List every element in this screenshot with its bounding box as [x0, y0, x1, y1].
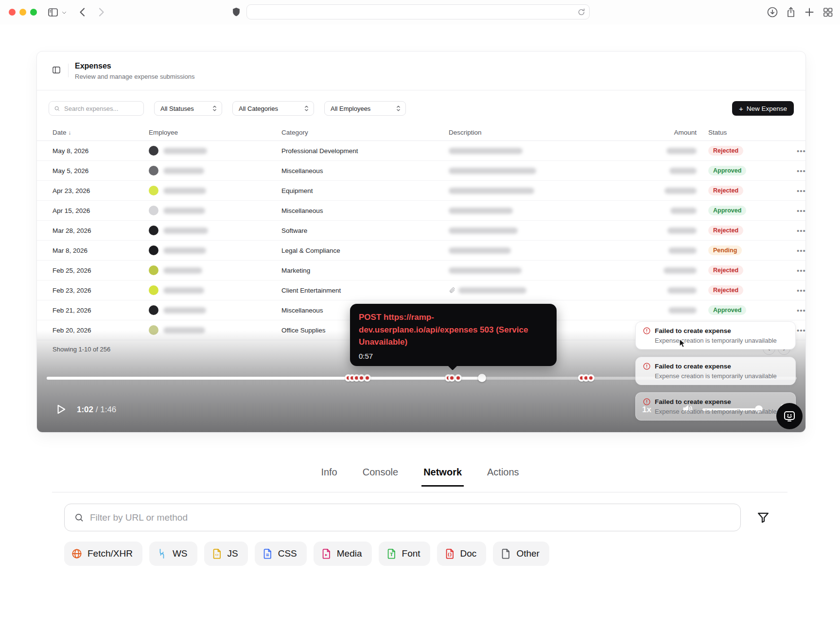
cell-status: Rejected [697, 186, 797, 195]
employee-filter-select[interactable]: All Employees [324, 101, 406, 116]
redacted-amount [667, 287, 697, 294]
row-menu-button[interactable]: ••• [797, 227, 806, 235]
chip-label: JS [228, 548, 238, 559]
redacted-employee-name [163, 188, 206, 194]
column-header-date[interactable]: Date ↓ [52, 129, 149, 136]
resource-type-chip[interactable]: Fetch/XHR [64, 542, 142, 566]
expense-search[interactable] [49, 101, 144, 116]
panel-tab[interactable]: Console [361, 463, 400, 487]
row-menu-button[interactable]: ••• [797, 246, 806, 255]
cell-description [449, 267, 616, 274]
panel-tab[interactable]: Network [421, 463, 464, 487]
row-menu-button[interactable]: ••• [797, 306, 806, 315]
playhead-handle[interactable] [478, 374, 486, 382]
table-row[interactable]: Feb 25, 2026 Marketing [37, 261, 805, 280]
column-header-category[interactable]: Category [281, 129, 449, 136]
address-input[interactable] [247, 5, 589, 19]
table-row[interactable]: May 5, 2026 Miscellaneous [37, 161, 805, 181]
resource-type-chip[interactable]: Other [493, 542, 549, 566]
paperclip-icon [449, 287, 455, 294]
chip-label: Media [337, 548, 362, 559]
chevron-down-icon[interactable] [61, 9, 67, 15]
avatar [149, 166, 158, 175]
chip-label: WS [173, 548, 188, 559]
panel-toggle-icon[interactable] [52, 65, 61, 75]
redacted-description [449, 247, 511, 254]
redacted-description [449, 208, 513, 214]
cell-category: Miscellaneous [281, 207, 449, 214]
column-header-status[interactable]: Status [697, 129, 797, 136]
share-icon[interactable] [785, 6, 797, 18]
redacted-employee-name [163, 228, 208, 234]
resource-type-chip[interactable]: T Font [379, 542, 430, 566]
traffic-light-close[interactable] [9, 9, 16, 16]
panel-tab[interactable]: Info [319, 463, 339, 487]
cell-date: May 5, 2026 [52, 167, 149, 175]
error-message: POST https://ramp-dev.userplane.io/api/e… [359, 311, 548, 349]
category-filter-select[interactable]: All Categories [232, 101, 314, 116]
error-event-marker[interactable] [364, 374, 371, 382]
cell-status: Rejected [697, 226, 797, 235]
row-menu-button[interactable]: ••• [797, 207, 806, 215]
expense-search-input[interactable] [64, 105, 132, 112]
status-filter-select[interactable]: All Statuses [154, 101, 222, 116]
column-header-description[interactable]: Description [449, 129, 616, 136]
column-header-amount[interactable]: Amount [616, 129, 697, 136]
table-row[interactable]: Mar 8, 2026 Legal & Compliance [37, 241, 805, 261]
forward-icon[interactable] [95, 6, 107, 18]
chip-label: Doc [460, 548, 477, 559]
replay-brand-badge[interactable] [776, 403, 803, 429]
toast-title: Failed to create expense [655, 363, 731, 370]
resource-type-chip[interactable]: ‹› JS [204, 542, 248, 566]
cell-employee [149, 186, 281, 195]
address-bar[interactable] [246, 4, 590, 19]
row-menu-button[interactable]: ••• [797, 147, 806, 155]
play-button[interactable] [54, 403, 67, 416]
table-row[interactable]: May 8, 2026 Professional Development [37, 141, 805, 161]
cell-status: Approved [697, 206, 797, 215]
panel-tab[interactable]: Actions [485, 463, 521, 487]
row-menu-button[interactable]: ••• [797, 187, 806, 195]
table-row[interactable]: Apr 15, 2026 Miscellaneous [37, 201, 805, 221]
row-menu-button[interactable]: ••• [797, 266, 806, 275]
table-row[interactable]: Apr 23, 2026 Equipment [37, 181, 805, 201]
toast-message: Expense creation is temporarily unavaila… [655, 408, 788, 415]
table-row[interactable]: Feb 23, 2026 Client Entertainment [37, 280, 805, 300]
cell-employee [149, 305, 281, 315]
avatar [149, 285, 158, 295]
cell-date: Feb 21, 2026 [52, 307, 149, 314]
sidebar-icon[interactable] [47, 6, 59, 18]
network-filter-bar[interactable] [64, 504, 741, 531]
filter-funnel-icon[interactable] [756, 510, 770, 524]
redacted-employee-name [163, 287, 204, 294]
traffic-light-minimize[interactable] [19, 9, 26, 16]
cell-date: May 8, 2026 [52, 147, 149, 155]
network-filter-input[interactable] [90, 512, 732, 523]
row-menu-button[interactable]: ••• [797, 167, 806, 175]
redacted-amount [667, 228, 697, 234]
error-event-marker[interactable] [455, 374, 462, 382]
resource-type-chip[interactable]: ▸ Media [314, 542, 372, 566]
download-icon[interactable] [767, 6, 778, 18]
resource-type-chip[interactable]: () Doc [437, 542, 487, 566]
traffic-light-zoom[interactable] [30, 9, 37, 16]
new-tab-icon[interactable] [804, 6, 815, 18]
alert-circle-icon [643, 327, 651, 335]
refresh-icon[interactable] [577, 7, 586, 17]
file-icon: () [444, 548, 455, 560]
back-icon[interactable] [77, 6, 88, 18]
cell-category: Software [281, 227, 449, 234]
column-header-employee[interactable]: Employee [149, 129, 281, 136]
privacy-shield-icon[interactable] [231, 6, 242, 18]
sort-desc-icon: ↓ [68, 129, 71, 136]
resource-type-chip[interactable]: WS [149, 542, 197, 566]
resource-type-chip[interactable]: ≡ CSS [255, 542, 307, 566]
new-expense-button[interactable]: + New Expense [732, 101, 794, 116]
tab-overview-icon[interactable] [822, 6, 834, 18]
cell-description [449, 247, 616, 254]
row-menu-button[interactable]: ••• [797, 286, 806, 295]
table-row[interactable]: Mar 28, 2026 Software [37, 221, 805, 241]
page-subtitle: Review and manage expense submissions [75, 73, 194, 80]
error-event-marker[interactable] [587, 374, 595, 382]
file-icon [500, 548, 511, 560]
